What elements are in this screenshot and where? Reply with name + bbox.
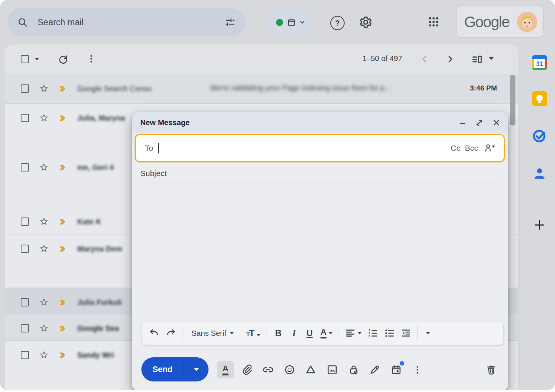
star-icon[interactable] (39, 162, 49, 173)
search-bar[interactable]: Search mail (8, 8, 245, 36)
insert-link-icon[interactable] (259, 361, 277, 378)
italic-button[interactable]: I (290, 328, 299, 338)
recipients-field[interactable]: To Cc Bcc (135, 134, 505, 162)
importance-marker-icon[interactable] (59, 86, 67, 92)
insert-emoji-icon[interactable] (281, 361, 298, 378)
toolbar-divider (240, 326, 240, 340)
send-button[interactable]: Send (141, 357, 209, 381)
signature-pen-icon[interactable] (366, 361, 383, 378)
open-in-full-icon[interactable] (476, 119, 483, 126)
align-button[interactable] (345, 328, 362, 338)
select-dropdown-icon[interactable] (35, 58, 39, 60)
star-icon[interactable] (39, 84, 49, 94)
text-color-button[interactable]: A (320, 328, 333, 338)
bold-button[interactable]: B (273, 328, 284, 338)
chevron-down-icon (329, 332, 333, 334)
star-icon[interactable] (39, 323, 49, 334)
confidential-mode-icon[interactable] (345, 361, 362, 378)
email-row[interactable]: Google Search Conso We're validating you… (5, 74, 518, 103)
google-drive-icon[interactable] (302, 361, 319, 378)
bcc-button[interactable]: Bcc (465, 144, 478, 153)
settings-button[interactable] (359, 15, 373, 29)
row-checkbox[interactable] (21, 245, 29, 253)
svg-text:3: 3 (368, 334, 370, 338)
discard-draft-icon[interactable] (483, 361, 500, 378)
cc-button[interactable]: Cc (451, 144, 460, 153)
search-input[interactable]: Search mail (38, 17, 83, 28)
importance-marker-icon[interactable] (59, 325, 67, 332)
importance-marker-icon[interactable] (59, 115, 67, 121)
user-avatar[interactable] (517, 12, 537, 32)
undo-icon[interactable] (149, 328, 159, 338)
importance-marker-icon[interactable] (59, 246, 67, 252)
side-panel-rail: 31 (524, 44, 555, 390)
help-button[interactable]: ? (330, 16, 345, 30)
star-icon[interactable] (39, 350, 49, 360)
older-page-button[interactable] (445, 54, 455, 64)
insert-photo-icon[interactable] (323, 361, 341, 378)
pagination-label: 1–50 of 497 (356, 54, 409, 63)
font-size-selector[interactable]: T T (246, 328, 261, 338)
split-pane-dropdown-icon[interactable] (489, 57, 494, 60)
search-icon (17, 17, 28, 28)
google-tasks-icon[interactable] (531, 127, 548, 144)
star-icon[interactable] (39, 244, 49, 254)
attach-file-icon[interactable] (238, 361, 256, 378)
mail-list-toolbar: 1–50 of 497 (5, 44, 518, 74)
active-status-dot-icon (276, 19, 283, 26)
importance-marker-icon[interactable] (59, 299, 67, 306)
send-options-dropdown[interactable] (184, 368, 209, 371)
row-checkbox[interactable] (21, 114, 29, 122)
importance-marker-icon[interactable] (59, 352, 67, 358)
newer-page-button[interactable] (419, 54, 430, 64)
svg-text:31: 31 (536, 61, 543, 67)
chevron-down-icon (194, 368, 199, 371)
refresh-button[interactable] (57, 54, 69, 65)
message-body[interactable] (139, 184, 501, 320)
subject-placeholder: Subject (140, 169, 167, 178)
add-contacts-icon[interactable] (484, 143, 495, 153)
redo-icon[interactable] (166, 328, 176, 338)
row-checkbox[interactable] (21, 84, 29, 93)
size-big-glyph: T (249, 328, 255, 338)
bulleted-list-icon[interactable] (384, 328, 395, 338)
row-checkbox[interactable] (21, 324, 29, 332)
more-formatting-icon[interactable] (426, 332, 430, 334)
close-icon[interactable] (493, 119, 500, 126)
row-checkbox[interactable] (21, 351, 29, 359)
google-account-card[interactable]: Google (456, 6, 544, 38)
calendar-status-icon (287, 17, 296, 27)
schedule-meeting-icon[interactable] (388, 361, 405, 378)
indent-decrease-icon[interactable] (401, 328, 411, 338)
font-family-selector[interactable]: Sans Serif (189, 329, 234, 338)
importance-marker-icon[interactable] (59, 164, 67, 171)
get-addons-button[interactable] (533, 219, 546, 231)
more-send-options-icon[interactable] (409, 361, 426, 378)
star-icon[interactable] (39, 297, 49, 308)
more-options-button[interactable] (86, 54, 97, 64)
subject-field[interactable]: Subject (140, 165, 500, 182)
mail-list-scrollbar[interactable] (510, 75, 515, 126)
availability-status-pill[interactable] (266, 9, 314, 35)
google-keep-icon[interactable] (531, 90, 548, 107)
google-calendar-icon[interactable]: 31 (531, 54, 548, 71)
numbered-list-icon[interactable]: 123 (368, 328, 378, 338)
row-checkbox[interactable] (21, 163, 29, 172)
star-icon[interactable] (39, 217, 49, 227)
row-checkbox[interactable] (21, 298, 29, 306)
toolbar-divider (267, 326, 267, 340)
compose-header[interactable]: New Message (132, 112, 508, 133)
formatting-options-button[interactable]: A (217, 361, 234, 378)
search-options-icon[interactable] (225, 17, 235, 28)
select-all-checkbox[interactable] (21, 55, 29, 63)
compose-window: New Message To Cc Bcc (132, 112, 508, 390)
split-pane-toggle[interactable] (471, 54, 483, 65)
importance-marker-icon[interactable] (59, 219, 67, 225)
row-checkbox[interactable] (21, 217, 29, 226)
minimize-icon[interactable] (459, 119, 466, 126)
font-family-label: Sans Serif (192, 329, 226, 338)
google-apps-grid-button[interactable] (428, 16, 440, 28)
google-contacts-icon[interactable] (531, 165, 548, 182)
star-icon[interactable] (39, 113, 49, 123)
underline-button[interactable]: U (305, 328, 314, 338)
